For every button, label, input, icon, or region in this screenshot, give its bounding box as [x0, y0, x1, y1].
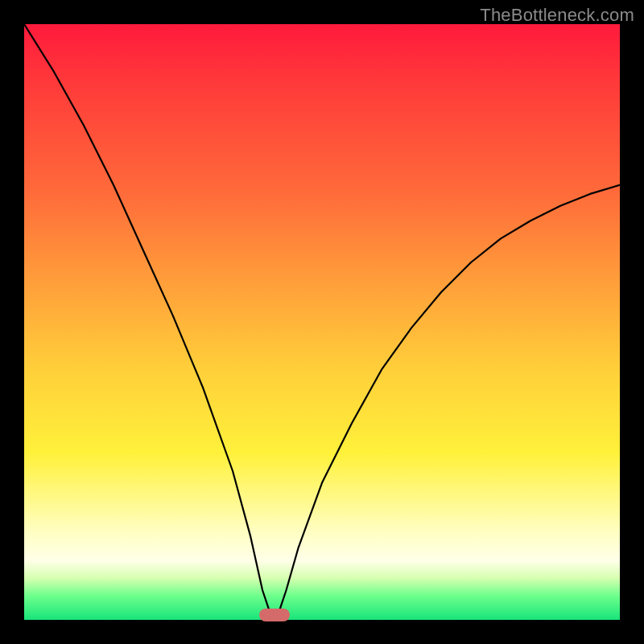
watermark-text: TheBottleneck.com [480, 5, 634, 26]
plot-area [24, 24, 620, 620]
bottleneck-curve [24, 24, 620, 620]
optimal-range-marker [259, 609, 290, 621]
chart-frame: TheBottleneck.com [0, 0, 644, 644]
